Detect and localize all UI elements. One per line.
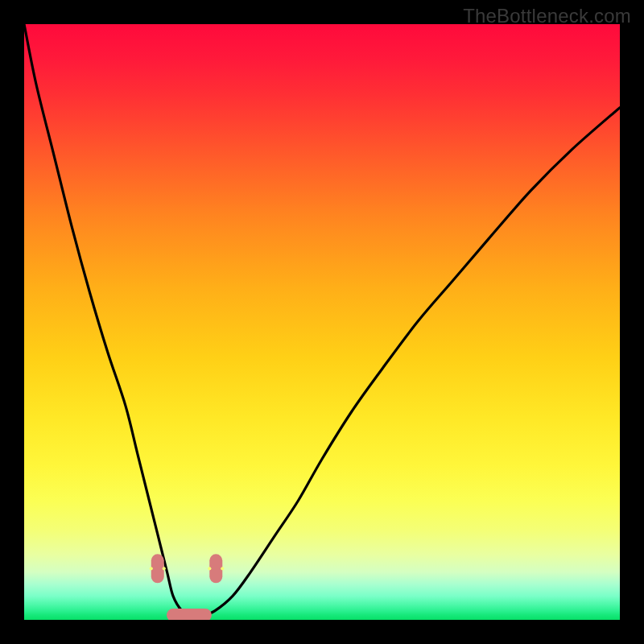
chart-frame: TheBottleneck.com xyxy=(0,0,644,644)
svg-point-3 xyxy=(221,567,224,570)
plot-area xyxy=(24,24,620,620)
bottleneck-curve-svg xyxy=(24,24,620,620)
svg-point-1 xyxy=(163,567,166,570)
right-marker xyxy=(209,554,222,583)
svg-point-0 xyxy=(150,567,153,570)
bottleneck-curve xyxy=(24,24,620,617)
curve-markers xyxy=(150,554,225,620)
svg-point-2 xyxy=(208,567,211,570)
left-marker xyxy=(151,554,164,583)
watermark-text: TheBottleneck.com xyxy=(463,5,631,27)
bottom-marker xyxy=(167,609,212,620)
